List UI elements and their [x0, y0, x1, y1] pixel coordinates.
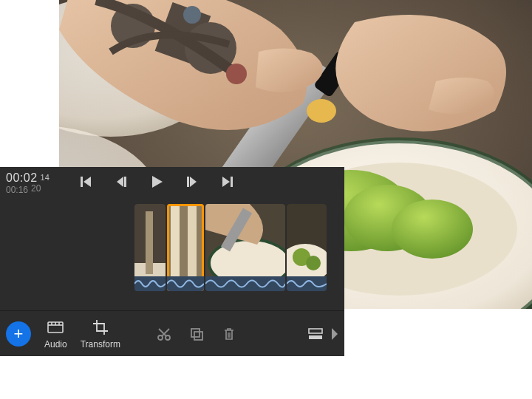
duplicate-icon	[189, 327, 204, 341]
svg-rect-23	[187, 177, 189, 187]
chevron-right-icon	[332, 328, 338, 340]
svg-marker-24	[190, 177, 197, 187]
skip-start-icon	[78, 174, 93, 189]
svg-point-16	[183, 6, 201, 24]
more-button[interactable]	[331, 326, 338, 342]
audio-waveform	[287, 276, 327, 291]
step-forward-icon	[185, 174, 200, 189]
play-button[interactable]	[148, 173, 166, 191]
audio-waveform	[134, 276, 166, 291]
svg-point-17	[307, 99, 336, 123]
svg-marker-22	[152, 176, 163, 188]
trash-icon	[222, 327, 236, 341]
clip-4[interactable]	[287, 204, 327, 291]
video-editor-panel: 00:02 14 00:16 20	[0, 167, 344, 356]
audio-tool[interactable]: Audio	[44, 318, 67, 349]
svg-point-9	[392, 200, 473, 259]
svg-marker-25	[222, 177, 230, 187]
delete-button[interactable]	[221, 326, 237, 342]
svg-rect-54	[191, 329, 200, 337]
audio-label: Audio	[44, 339, 67, 349]
secondary-tools	[156, 326, 237, 342]
svg-rect-18	[81, 177, 83, 187]
play-icon	[149, 174, 165, 190]
timecode-display: 00:02 14 00:16 20	[0, 171, 72, 195]
svg-rect-21	[124, 177, 126, 187]
scissors-icon	[157, 327, 171, 341]
cut-button[interactable]	[156, 326, 172, 342]
step-back-icon	[114, 174, 129, 189]
timecode-duration-frames: 20	[31, 183, 41, 194]
transform-label: Transform	[81, 339, 120, 349]
audio-icon	[46, 318, 65, 337]
audio-waveform	[167, 276, 204, 291]
svg-rect-58	[309, 329, 322, 333]
plus-icon: +	[14, 324, 24, 344]
svg-rect-39	[205, 276, 285, 291]
controls-row: 00:02 14 00:16 20	[0, 167, 344, 204]
svg-point-15	[226, 64, 247, 84]
clip-3[interactable]	[205, 204, 285, 291]
transport-controls	[72, 171, 236, 191]
svg-rect-26	[231, 177, 233, 187]
svg-marker-20	[117, 177, 123, 187]
audio-waveform	[205, 276, 285, 291]
duplicate-button[interactable]	[188, 326, 205, 342]
step-back-button[interactable]	[112, 173, 130, 191]
add-button[interactable]: +	[6, 321, 31, 347]
svg-marker-60	[332, 328, 338, 340]
timecode-current-frames: 14	[41, 173, 50, 182]
clip-2[interactable]	[167, 204, 204, 291]
svg-rect-44	[287, 276, 327, 291]
go-to-end-button[interactable]	[219, 173, 236, 191]
svg-rect-59	[309, 335, 322, 339]
right-tools	[307, 326, 338, 342]
timeline[interactable]	[0, 204, 344, 307]
bottom-toolbar: + Audio Transform	[0, 310, 344, 356]
svg-rect-29	[146, 211, 153, 274]
svg-point-43	[306, 256, 321, 270]
svg-marker-19	[83, 177, 91, 187]
timecode-duration: 00:16	[6, 185, 28, 195]
svg-rect-55	[194, 332, 202, 340]
step-forward-button[interactable]	[183, 173, 201, 191]
go-to-start-button[interactable]	[77, 173, 95, 191]
transform-tool[interactable]: Transform	[81, 318, 120, 349]
view-mode-button[interactable]	[307, 326, 324, 342]
crop-icon	[91, 318, 110, 337]
clips-row	[134, 204, 327, 291]
clip-1[interactable]	[134, 204, 166, 291]
view-mode-icon	[307, 327, 324, 341]
skip-end-icon	[220, 174, 235, 189]
